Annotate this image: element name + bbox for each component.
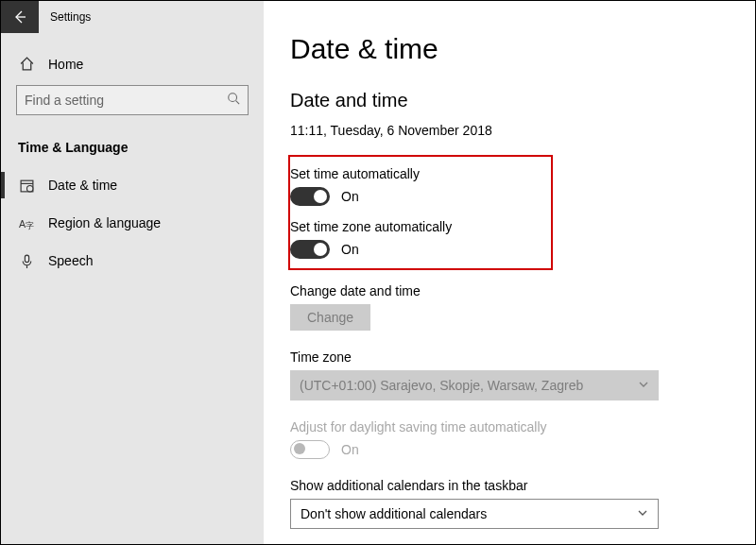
home-nav[interactable]: Home	[16, 50, 249, 85]
chevron-down-icon	[637, 507, 648, 521]
search-input[interactable]	[25, 93, 214, 108]
svg-line-2	[236, 101, 240, 105]
home-icon	[18, 56, 35, 72]
svg-point-1	[229, 94, 237, 102]
back-button[interactable]	[1, 1, 39, 33]
subheading: Date and time	[290, 90, 729, 111]
search-box[interactable]	[16, 85, 249, 115]
chevron-down-icon	[638, 379, 649, 393]
page-title: Date & time	[290, 33, 729, 65]
calendars-select[interactable]: Don't show additional calendars	[290, 499, 659, 529]
sidebar-item-speech[interactable]: Speech	[16, 242, 249, 280]
svg-text:字: 字	[26, 220, 34, 230]
search-icon	[227, 92, 240, 109]
dst-state: On	[341, 442, 359, 457]
timezone-value: (UTC+01:00) Sarajevo, Skopje, Warsaw, Za…	[300, 378, 583, 393]
svg-point-5	[26, 185, 32, 191]
sidebar-item-label: Region & language	[48, 215, 161, 230]
calendars-value: Don't show additional calendars	[301, 506, 487, 521]
timezone-select: (UTC+01:00) Sarajevo, Skopje, Warsaw, Za…	[290, 370, 659, 400]
svg-rect-8	[25, 255, 28, 262]
set-time-auto-toggle[interactable]	[290, 187, 330, 206]
microphone-icon	[18, 253, 35, 269]
language-icon: A字	[18, 215, 35, 231]
set-tz-auto-state: On	[341, 242, 359, 257]
sidebar-item-label: Date & time	[48, 178, 117, 193]
timezone-label: Time zone	[290, 349, 729, 365]
calendars-label: Show additional calendars in the taskbar	[290, 478, 729, 493]
sidebar-section-title: Time & Language	[16, 115, 249, 166]
change-button: Change	[290, 304, 370, 331]
change-date-time-label: Change date and time	[290, 283, 729, 298]
set-tz-auto-toggle[interactable]	[290, 240, 330, 259]
arrow-left-icon	[12, 9, 27, 25]
set-time-auto-label: Set time automatically	[290, 166, 540, 181]
calendar-clock-icon	[18, 178, 35, 194]
titlebar: Settings	[1, 1, 264, 33]
home-label: Home	[48, 57, 83, 72]
sidebar-item-region-language[interactable]: A字 Region & language	[16, 204, 249, 242]
current-datetime: 11:11, Tuesday, 6 November 2018	[290, 123, 729, 138]
set-time-auto-state: On	[341, 189, 359, 204]
sidebar-item-label: Speech	[48, 253, 93, 268]
dst-toggle	[290, 440, 330, 459]
sidebar: Settings Home Time & Language Dat	[1, 1, 264, 544]
main-content: Date & time Date and time 11:11, Tuesday…	[264, 1, 755, 544]
set-tz-auto-label: Set time zone automatically	[290, 219, 540, 234]
sidebar-item-date-time[interactable]: Date & time	[16, 166, 249, 204]
highlight-box: Set time automatically On Set time zone …	[288, 155, 553, 270]
dst-label: Adjust for daylight saving time automati…	[290, 419, 729, 434]
window-title: Settings	[39, 10, 91, 24]
